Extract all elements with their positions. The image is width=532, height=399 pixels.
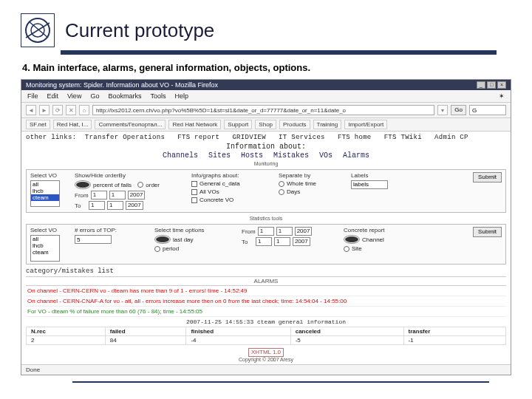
submit-button-1[interactable]: Submit [473, 172, 502, 183]
radio-icon [279, 189, 284, 195]
info-graphs-label: Info/graphs about: [191, 172, 273, 179]
vo-option-cteam[interactable]: cteam [31, 249, 59, 256]
link-it-services[interactable]: IT Services [279, 134, 325, 141]
menu-view[interactable]: View [67, 92, 81, 100]
rb-period[interactable]: period [154, 245, 236, 252]
rb-percent[interactable]: percent of fails order [75, 180, 185, 189]
link-admin-cp[interactable]: Admin CP [434, 134, 468, 141]
cb-concrete[interactable]: Concrete VO [191, 197, 273, 203]
browser-window: Monitoring system: Spider. Information a… [21, 79, 511, 375]
nav-vos[interactable]: VOs [319, 151, 332, 160]
checkbox-icon [191, 189, 197, 195]
link-fts-report[interactable]: FTS report [177, 134, 219, 141]
slide-subtitle: 4. Main interface, alarms, general infor… [22, 62, 511, 73]
rb-lastday[interactable]: last day [154, 235, 236, 244]
vo-listbox-2[interactable]: all lhcb cteam [30, 235, 60, 262]
cb-allvos[interactable]: All VOs [191, 188, 273, 195]
url-dropdown-icon[interactable]: ▾ [437, 105, 448, 115]
window-close-button[interactable]: × [497, 81, 506, 89]
from-month-2[interactable]: 1 [276, 227, 293, 236]
bookmark-item[interactable]: Shop [255, 120, 276, 129]
th-canceled: canceled [290, 327, 403, 336]
menu-bookmarks[interactable]: Bookmarks [108, 92, 141, 100]
vo-option-lhcb[interactable]: lhcb [31, 242, 59, 249]
from-day[interactable]: 1 [91, 191, 107, 200]
nav-sites[interactable]: Sites [208, 151, 231, 160]
concrete-report-label: Concrete report [344, 227, 410, 233]
vo-listbox[interactable]: all lhcb cteam [30, 180, 60, 207]
link-fts-twiki[interactable]: FTS TWiki [384, 134, 422, 141]
to-month[interactable]: 1 [107, 201, 123, 210]
menu-tools[interactable]: Tools [150, 92, 166, 100]
search-input[interactable]: G [469, 105, 506, 115]
table-row: 2 84 -4 -5 -1 [27, 336, 506, 345]
bookmark-item[interactable]: Import/Export [344, 120, 387, 129]
color-select[interactable]: labels [351, 180, 388, 189]
to-year-2[interactable]: 2007 [293, 237, 310, 246]
to-year[interactable]: 2007 [126, 201, 143, 210]
to-day-2[interactable]: 1 [256, 237, 272, 246]
from-row-2: From 1 1 2007 [242, 227, 338, 236]
window-maximize-button[interactable]: □ [487, 81, 496, 89]
from-year-2[interactable]: 2007 [295, 227, 313, 236]
link-fts-home[interactable]: FTS home [338, 134, 372, 141]
url-input[interactable]: http://lxs2012.cern.ch/vo.php?vo%5B%5D=1… [92, 105, 434, 115]
to-day[interactable]: 1 [89, 201, 105, 210]
bookmark-item[interactable]: SF.net [26, 120, 50, 129]
menu-edit[interactable]: Edit [47, 92, 59, 100]
nav-mistakes[interactable]: Mistakes [273, 151, 309, 160]
stop-icon[interactable]: ✕ [66, 105, 76, 115]
alarm-row: On channel - CERN-CERN vo - dteam has mo… [26, 286, 506, 296]
from-year[interactable]: 2007 [128, 191, 146, 200]
window-titlebar[interactable]: Monitoring system: Spider. Information a… [21, 80, 511, 90]
sort-label: Show/Hide orderBy [75, 172, 185, 179]
link-transfer-ops[interactable]: Transfer Operations [85, 134, 165, 141]
vo-option-cteam[interactable]: cteam [31, 194, 59, 201]
nav-hosts[interactable]: Hosts [241, 151, 263, 160]
rb-whole[interactable]: Whole time [279, 180, 345, 187]
from-day-2[interactable]: 1 [258, 227, 274, 236]
menu-file[interactable]: File [27, 92, 38, 100]
to-month-2[interactable]: 1 [274, 237, 290, 246]
bookmark-item[interactable]: Red Hat, I... [53, 120, 92, 129]
bookmark-item[interactable]: Red Hat Network [168, 120, 221, 129]
cb-general[interactable]: General c_data [191, 180, 273, 187]
bookmark-item[interactable]: Support [224, 120, 252, 129]
link-gridview[interactable]: GRIDVIEW [232, 134, 266, 141]
other-links-label: other links: [26, 134, 76, 141]
th-nrec: N.rec [27, 327, 106, 336]
menu-help[interactable]: Help [174, 92, 188, 100]
radio-icon [154, 235, 171, 244]
rb-days[interactable]: Days [279, 188, 345, 195]
radio-icon [344, 246, 349, 252]
vo-option-lhcb[interactable]: lhcb [31, 188, 59, 194]
menu-bar: File Edit View Go Bookmarks Tools Help ✶ [21, 90, 511, 103]
bookmark-item[interactable]: Comments/Геопортал... [95, 120, 166, 129]
forward-icon[interactable]: ► [39, 105, 50, 115]
vo-option-all[interactable]: all [31, 236, 59, 242]
nav-alarms[interactable]: Alarms [343, 151, 369, 160]
vo-option-all[interactable]: all [31, 181, 59, 188]
title-underline [61, 50, 497, 55]
bookmark-item[interactable]: Products [279, 120, 310, 129]
stats-table: N.rec failed finished canceled transfer … [26, 327, 506, 345]
to-row: To 1 1 2007 [75, 201, 185, 210]
separate-label: Separate by [279, 172, 345, 179]
radio-icon [344, 235, 360, 244]
home-icon[interactable]: ⌂ [79, 105, 89, 115]
nav-channels[interactable]: Channels [163, 151, 198, 160]
errors-top-input[interactable] [75, 235, 112, 244]
alarm-row: For VO - dteam % of failure more than 60… [26, 307, 506, 317]
menu-go[interactable]: Go [90, 92, 99, 100]
window-minimize-button[interactable]: _ [477, 81, 485, 89]
xhtml-badge[interactable]: XHTML 1.0 [248, 348, 284, 357]
submit-button-2[interactable]: Submit [473, 227, 502, 237]
reload-icon[interactable]: ⟳ [52, 105, 63, 115]
rb-site[interactable]: Site [344, 245, 410, 252]
monitoring-label: Monitoring [26, 161, 506, 166]
go-button[interactable]: Go [451, 105, 466, 115]
back-icon[interactable]: ◄ [26, 105, 36, 115]
rb-channel[interactable]: Channel [344, 235, 410, 244]
from-month[interactable]: 1 [109, 191, 126, 200]
bookmark-item[interactable]: Training [313, 120, 342, 129]
